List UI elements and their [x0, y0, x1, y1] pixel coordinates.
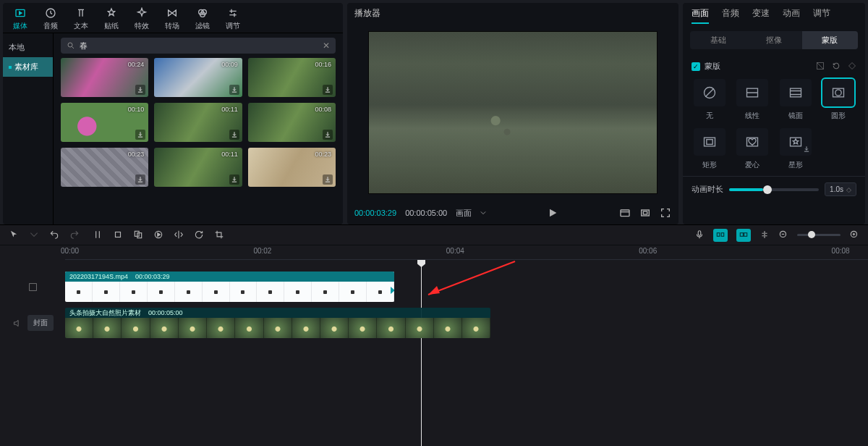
timecode-current: 00:00:03:29 [354, 209, 396, 217]
mask-none[interactable]: 无 [692, 79, 728, 121]
sidebar-item-library[interactable]: 素材库 [3, 57, 53, 77]
effect-icon [135, 7, 148, 19]
select-dropdown-icon[interactable] [29, 230, 39, 241]
keyframe-icon[interactable] [848, 62, 856, 72]
zoom-slider[interactable] [797, 234, 841, 236]
inspector-subtabs: 基础 抠像 蒙版 [690, 31, 858, 49]
reset-icon[interactable] [832, 62, 841, 72]
subtab-mask[interactable]: 蒙版 [802, 31, 858, 49]
clear-icon[interactable]: ✕ [323, 41, 330, 51]
mute-icon[interactable] [12, 319, 22, 328]
mask-linear[interactable]: 线性 [735, 79, 771, 121]
media-thumb[interactable]: 00:11 [154, 148, 242, 187]
toolbar-sticker[interactable]: 贴纸 [104, 7, 119, 31]
clip-main[interactable]: 头条拍摄大自然照片素材00:00:05:00 [65, 308, 490, 338]
chevron-down-icon[interactable] [480, 210, 486, 216]
sidebar-item-local[interactable]: 本地 [3, 38, 53, 57]
toolbar-filter[interactable]: 滤镜 [195, 7, 210, 31]
cover-button[interactable]: 封面 [27, 315, 54, 331]
mask-rect[interactable]: 矩形 [692, 128, 728, 170]
magnet-button[interactable] [713, 229, 728, 242]
copy-button[interactable] [133, 230, 143, 241]
toolbar-text[interactable]: 文本 [74, 7, 88, 31]
svg-marker-1 [20, 12, 22, 14]
undo-button[interactable] [49, 230, 59, 241]
mask-star[interactable]: 星形 [778, 128, 814, 170]
download-icon[interactable] [135, 85, 145, 95]
media-thumb[interactable]: 00:23 [61, 148, 148, 187]
media-thumb[interactable]: 00:11 [154, 103, 242, 142]
tab-speed[interactable]: 变速 [752, 7, 770, 24]
mask-heart[interactable]: 爱心 [735, 128, 771, 170]
svg-rect-29 [698, 230, 701, 235]
search-input[interactable] [80, 41, 318, 50]
clip-overlay[interactable]: 20220317194S.mp400:00:03:29 [65, 272, 394, 302]
download-icon[interactable] [229, 130, 239, 140]
download-icon[interactable] [803, 146, 810, 154]
crop-button[interactable] [214, 230, 224, 241]
download-icon[interactable] [229, 85, 239, 95]
thumb-duration: 00:11 [221, 151, 238, 158]
redo-button[interactable] [69, 230, 80, 241]
tab-adjust[interactable]: 调节 [813, 7, 830, 24]
mask-circle[interactable]: 圆形 [821, 79, 857, 121]
subtab-cutout[interactable]: 抠像 [746, 31, 801, 49]
delete-button[interactable] [113, 230, 123, 241]
media-thumb[interactable]: 00:08 [248, 103, 336, 142]
fullscreen-button[interactable] [660, 207, 671, 219]
text-icon [75, 7, 88, 19]
mirror-button[interactable] [174, 230, 184, 241]
zoom-out-button[interactable] [778, 230, 788, 241]
mask-checkbox[interactable] [692, 62, 700, 71]
download-icon[interactable] [323, 130, 333, 140]
track-head-overlay[interactable] [0, 282, 65, 292]
select-tool[interactable] [9, 230, 19, 241]
toolbar-adjust[interactable]: 调节 [226, 7, 240, 31]
media-thumb[interactable]: 00:16 [248, 58, 336, 97]
player-viewport[interactable] [347, 24, 678, 201]
clip-duration: 00:00:03:29 [135, 273, 170, 280]
timeline-ruler[interactable]: 00:0000:0200:0400:0600:08 [65, 245, 868, 260]
media-thumb[interactable]: 00:09 [154, 58, 242, 97]
media-thumb[interactable]: 00:10 [61, 103, 148, 142]
tab-audio[interactable]: 音频 [722, 7, 739, 24]
toolbar-media[interactable]: 媒体 [13, 7, 27, 31]
rotate-button[interactable] [194, 230, 204, 241]
align-button[interactable] [760, 230, 770, 241]
anim-value[interactable]: 1.0s [825, 182, 856, 196]
media-thumb[interactable]: 00:23 [248, 148, 336, 187]
download-icon[interactable] [135, 130, 145, 140]
player-controls: 00:00:03:29 00:00:05:00 画面 [347, 201, 678, 224]
download-icon[interactable] [323, 174, 333, 185]
anim-slider[interactable] [729, 188, 819, 191]
snapshot-button[interactable] [619, 207, 631, 219]
subtab-basic[interactable]: 基础 [690, 31, 746, 49]
download-icon[interactable] [229, 174, 239, 185]
svg-rect-10 [643, 211, 647, 214]
scale-label[interactable]: 画面 [456, 208, 472, 219]
clip-name: 头条拍摄大自然照片素材 [69, 308, 141, 318]
invert-icon[interactable] [816, 62, 825, 72]
track-head-main[interactable]: 封面 [0, 315, 65, 331]
split-button[interactable] [93, 230, 103, 241]
record-button[interactable] [153, 230, 163, 241]
svg-rect-31 [721, 232, 724, 236]
toolbar-transition[interactable]: 转场 [165, 7, 179, 31]
play-button[interactable] [547, 207, 558, 219]
tab-animation[interactable]: 动画 [783, 7, 800, 24]
svg-point-6 [68, 43, 72, 47]
mic-button[interactable] [694, 230, 705, 241]
zoom-in-button[interactable] [849, 230, 859, 241]
mask-section-label: 蒙版 [705, 61, 720, 72]
mask-mirror[interactable]: 镜面 [778, 79, 814, 121]
link-button[interactable] [736, 229, 751, 242]
download-icon[interactable] [323, 85, 333, 95]
tab-picture[interactable]: 画面 [692, 7, 709, 24]
download-icon[interactable] [135, 174, 145, 185]
ratio-button[interactable] [639, 207, 651, 219]
search-box[interactable]: ✕ [61, 38, 336, 54]
toolbar-effect[interactable]: 特效 [135, 7, 149, 31]
timeline-toolbar [0, 225, 868, 245]
media-thumb[interactable]: 00:24 [61, 58, 148, 97]
toolbar-audio[interactable]: 音频 [43, 7, 58, 31]
